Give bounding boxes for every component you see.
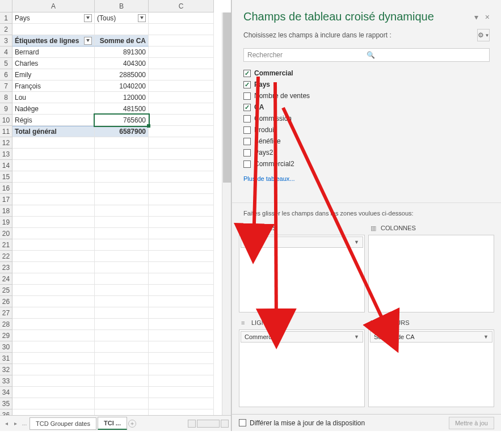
scroll-thumb[interactable]: [223, 12, 231, 183]
cell[interactable]: [95, 251, 149, 262]
cell[interactable]: [12, 375, 95, 387]
cell[interactable]: [149, 285, 214, 296]
cell[interactable]: [12, 160, 95, 171]
field-checkbox[interactable]: [243, 92, 251, 100]
more-tables-link[interactable]: Plus de tableaux...: [232, 170, 501, 188]
field-item[interactable]: Commission: [243, 113, 490, 124]
cell[interactable]: [149, 239, 214, 251]
zone-item[interactable]: Somme de CA▼: [370, 331, 492, 343]
cell[interactable]: [149, 205, 214, 217]
cell[interactable]: [95, 398, 149, 409]
cell[interactable]: [95, 205, 149, 217]
field-item[interactable]: Bénéfice: [243, 136, 490, 147]
cell[interactable]: [149, 387, 214, 398]
row-header[interactable]: 2: [0, 24, 12, 35]
cell[interactable]: [12, 273, 95, 285]
row-header[interactable]: 11: [0, 126, 12, 137]
cell[interactable]: [149, 217, 214, 228]
cell[interactable]: [12, 205, 95, 217]
cell[interactable]: Pays: [12, 12, 95, 24]
row-header[interactable]: 15: [0, 171, 12, 183]
cell[interactable]: [149, 81, 214, 92]
cell[interactable]: [149, 35, 214, 47]
row-header[interactable]: 9: [0, 103, 12, 115]
cell[interactable]: [149, 137, 214, 149]
cell[interactable]: [149, 398, 214, 409]
cell[interactable]: [95, 217, 149, 228]
sheet-tab[interactable]: TCD Grouper dates: [30, 417, 96, 430]
chevron-down-icon[interactable]: ▼: [354, 239, 359, 245]
cell[interactable]: [95, 387, 149, 398]
cell[interactable]: Somme de CA: [95, 35, 149, 47]
cell[interactable]: 1040200: [95, 81, 149, 92]
zone-rows-body[interactable]: Commercial▼: [239, 329, 365, 407]
cell[interactable]: [95, 341, 149, 353]
field-item[interactable]: CA: [243, 102, 490, 113]
cell[interactable]: [12, 353, 95, 364]
cell[interactable]: [12, 183, 95, 194]
cell[interactable]: [149, 296, 214, 307]
cell[interactable]: [149, 364, 214, 375]
cell[interactable]: Régis: [12, 115, 95, 126]
row-header[interactable]: 16: [0, 183, 12, 194]
cell[interactable]: [149, 228, 214, 239]
row-header[interactable]: 29: [0, 330, 12, 341]
cell[interactable]: [149, 92, 214, 103]
cell[interactable]: [95, 296, 149, 307]
field-item[interactable]: Pays2: [243, 147, 490, 158]
field-checkbox[interactable]: [243, 115, 251, 122]
row-header[interactable]: 28: [0, 319, 12, 330]
field-item[interactable]: Commercial: [243, 67, 490, 79]
cell[interactable]: Emily: [12, 69, 95, 81]
cell[interactable]: [12, 319, 95, 330]
row-header[interactable]: 14: [0, 160, 12, 171]
cell[interactable]: [12, 262, 95, 273]
cell[interactable]: 120000: [95, 92, 149, 103]
cell[interactable]: Charles: [12, 58, 95, 69]
field-item[interactable]: Produit: [243, 124, 490, 136]
col-header-C[interactable]: C: [149, 0, 214, 12]
cell[interactable]: [12, 307, 95, 319]
cell[interactable]: [149, 126, 214, 137]
col-header-B[interactable]: B: [95, 0, 149, 12]
row-header[interactable]: 23: [0, 262, 12, 273]
cell[interactable]: [149, 262, 214, 273]
row-header[interactable]: 5: [0, 58, 12, 69]
cell[interactable]: [95, 353, 149, 364]
row-header[interactable]: 32: [0, 364, 12, 375]
row-header[interactable]: 36: [0, 409, 12, 415]
horizontal-scroll[interactable]: [188, 420, 229, 428]
cell[interactable]: [149, 251, 214, 262]
row-header[interactable]: 20: [0, 228, 12, 239]
row-header[interactable]: 30: [0, 341, 12, 353]
cell[interactable]: [12, 364, 95, 375]
cell[interactable]: 2885000: [95, 69, 149, 81]
row-header[interactable]: 22: [0, 251, 12, 262]
cell[interactable]: [149, 307, 214, 319]
cell[interactable]: François: [12, 81, 95, 92]
cell[interactable]: [95, 330, 149, 341]
cell[interactable]: [95, 228, 149, 239]
defer-update-checkbox[interactable]: [239, 419, 246, 426]
update-button[interactable]: Mettre à jou: [449, 417, 494, 429]
cell[interactable]: [12, 296, 95, 307]
new-sheet-icon[interactable]: ＋: [128, 420, 136, 428]
cell[interactable]: [12, 409, 95, 415]
row-header[interactable]: 19: [0, 217, 12, 228]
cell[interactable]: [149, 160, 214, 171]
cell[interactable]: [149, 273, 214, 285]
cell[interactable]: [95, 171, 149, 183]
cell[interactable]: [149, 149, 214, 160]
cell[interactable]: [95, 194, 149, 205]
cell[interactable]: [95, 375, 149, 387]
cell[interactable]: [12, 330, 95, 341]
cell[interactable]: [149, 103, 214, 115]
cell[interactable]: 481500: [95, 103, 149, 115]
cell[interactable]: Nadège: [12, 103, 95, 115]
row-header[interactable]: 7: [0, 81, 12, 92]
cell[interactable]: [149, 58, 214, 69]
cell[interactable]: [149, 171, 214, 183]
field-checkbox[interactable]: [243, 104, 251, 111]
field-item[interactable]: Commercial2: [243, 158, 490, 170]
row-header[interactable]: 1: [0, 12, 12, 24]
